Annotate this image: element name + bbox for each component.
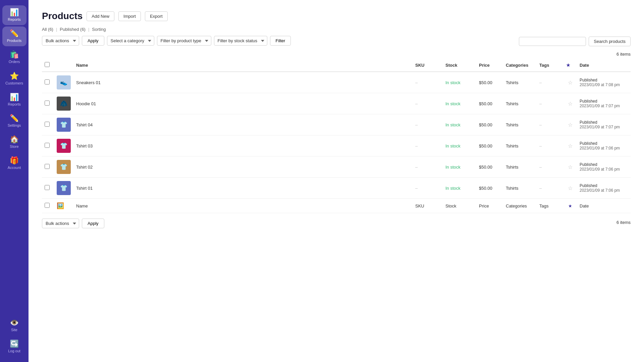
row-name[interactable]: Sneakers 01 <box>73 72 413 93</box>
row-stock: In stock <box>443 72 476 93</box>
row-sku: – <box>413 135 443 157</box>
row-star-cell[interactable]: ☆ <box>564 178 577 199</box>
row-tags: – <box>537 114 564 135</box>
row-price: $50.00 <box>476 135 503 157</box>
star-header-icon: ★ <box>566 63 570 68</box>
page-header: Products Add New Import Export <box>42 11 631 21</box>
sidebar-item-store[interactable]: 🏠 Store <box>2 132 26 152</box>
row-name[interactable]: Hoodie 01 <box>73 93 413 114</box>
row-price: $50.00 <box>476 178 503 199</box>
stock-status-select[interactable]: Filter by stock status <box>214 36 267 46</box>
star-toggle-icon[interactable]: ☆ <box>568 101 573 107</box>
row-categories: Tshirts <box>503 178 537 199</box>
product-thumb-image: 👕 <box>57 139 71 153</box>
row-thumbnail[interactable]: 👕 <box>54 135 73 157</box>
row-stock: In stock <box>443 114 476 135</box>
main-content: Products Add New Import Export All (6) |… <box>29 0 644 362</box>
tab-sorting[interactable]: Sorting <box>92 27 106 32</box>
apply-button-top[interactable]: Apply <box>82 36 104 46</box>
reports-top-icon: 📊 <box>10 9 19 16</box>
star-toggle-icon[interactable]: ☆ <box>568 185 573 191</box>
sidebar-item-logout[interactable]: ↪️ Log out <box>2 337 26 357</box>
row-checkbox[interactable] <box>45 185 50 190</box>
product-thumb-image: 👕 <box>57 181 71 195</box>
row-checkbox[interactable] <box>45 164 50 169</box>
row-checkbox-cell <box>42 178 54 199</box>
star-toggle-icon[interactable]: ☆ <box>568 122 573 128</box>
tab-all[interactable]: All (6) <box>42 27 53 32</box>
row-star-cell[interactable]: ☆ <box>564 114 577 135</box>
sidebar-item-reports[interactable]: 📊 Reports <box>2 90 26 110</box>
row-name[interactable]: Tshirt 04 <box>73 114 413 135</box>
sidebar-item-reports-top[interactable]: 📊 Reports <box>2 5 26 25</box>
sidebar-item-settings[interactable]: ✏️ Settings <box>2 111 26 131</box>
row-thumbnail[interactable]: 👕 <box>54 114 73 135</box>
row-checkbox[interactable] <box>45 79 50 84</box>
star-toggle-icon[interactable]: ☆ <box>568 164 573 170</box>
sidebar-item-label: Customers <box>5 81 23 85</box>
filters-bar: Bulk actions Apply Select a category Fil… <box>42 36 291 46</box>
bulk-actions-select-bottom[interactable]: Bulk actions <box>42 219 79 228</box>
sidebar-item-products[interactable]: ✏️ Products <box>2 26 26 46</box>
row-tags: – <box>537 135 564 157</box>
products-icon: ✏️ <box>10 30 19 37</box>
row-date: Published 2023/01/09 at 7:06 pm <box>577 135 631 157</box>
row-checkbox[interactable] <box>45 101 50 106</box>
search-button[interactable]: Search products <box>589 37 631 46</box>
orders-icon: 🛍️ <box>10 51 19 58</box>
header-stock: Stock <box>443 59 476 72</box>
footer-name: Name <box>73 199 413 213</box>
product-thumb-image: 👕 <box>57 160 71 174</box>
star-toggle-icon[interactable]: ☆ <box>568 143 573 149</box>
bulk-actions-select[interactable]: Bulk actions <box>42 36 79 46</box>
table-row: 👕 Tshirt 03 – In stock $50.00 Tshirts – … <box>42 135 631 157</box>
bottom-bar: Bulk actions Apply 6 items <box>42 219 631 228</box>
row-checkbox-cell <box>42 72 54 93</box>
row-thumbnail[interactable]: 👕 <box>54 157 73 178</box>
header-tags: Tags <box>537 59 564 72</box>
row-star-cell[interactable]: ☆ <box>564 157 577 178</box>
footer-tags: Tags <box>537 199 564 213</box>
sidebar-item-site[interactable]: 👁️ Site <box>2 316 26 336</box>
sidebar-item-label: Log out <box>8 349 20 353</box>
sidebar-item-label: Reports <box>8 17 21 22</box>
row-thumbnail[interactable]: 👕 <box>54 178 73 199</box>
row-price: $50.00 <box>476 72 503 93</box>
customers-icon: ⭐ <box>10 72 19 80</box>
row-thumbnail[interactable]: 🧥 <box>54 93 73 114</box>
product-type-select[interactable]: Filter by product type <box>157 36 211 46</box>
row-checkbox[interactable] <box>45 143 50 148</box>
row-date: Published 2023/01/09 at 7:07 pm <box>577 114 631 135</box>
row-thumbnail[interactable]: 👟 <box>54 72 73 93</box>
star-toggle-icon[interactable]: ☆ <box>568 80 573 85</box>
add-new-button[interactable]: Add New <box>87 11 114 21</box>
select-all-checkbox[interactable] <box>45 62 50 67</box>
sidebar-item-orders[interactable]: 🛍️ Orders <box>2 48 26 67</box>
filter-button[interactable]: Filter <box>270 36 291 46</box>
row-star-cell[interactable]: ☆ <box>564 135 577 157</box>
sidebar-item-account[interactable]: 🎁 Account <box>2 154 26 173</box>
row-tags: – <box>537 178 564 199</box>
row-name[interactable]: Tshirt 03 <box>73 135 413 157</box>
header-name: Name <box>73 59 413 72</box>
row-stock: In stock <box>443 135 476 157</box>
header-star: ★ <box>564 59 577 72</box>
export-button[interactable]: Export <box>145 11 168 21</box>
apply-button-bottom[interactable]: Apply <box>82 219 104 228</box>
row-checkbox[interactable] <box>45 122 50 127</box>
row-sku: – <box>413 93 443 114</box>
row-categories: Tshirts <box>503 114 537 135</box>
search-input[interactable] <box>519 37 586 46</box>
row-sku: – <box>413 157 443 178</box>
category-select[interactable]: Select a category <box>107 36 154 46</box>
tab-published[interactable]: Published (6) <box>60 27 86 32</box>
row-stock: In stock <box>443 178 476 199</box>
row-name[interactable]: Tshirt 01 <box>73 178 413 199</box>
sidebar-item-customers[interactable]: ⭐ Customers <box>2 69 26 89</box>
reports-icon: 📊 <box>10 94 19 101</box>
select-all-checkbox-bottom[interactable] <box>45 203 50 208</box>
row-name[interactable]: Tshirt 02 <box>73 157 413 178</box>
row-star-cell[interactable]: ☆ <box>564 72 577 93</box>
row-star-cell[interactable]: ☆ <box>564 93 577 114</box>
import-button[interactable]: Import <box>118 11 141 21</box>
